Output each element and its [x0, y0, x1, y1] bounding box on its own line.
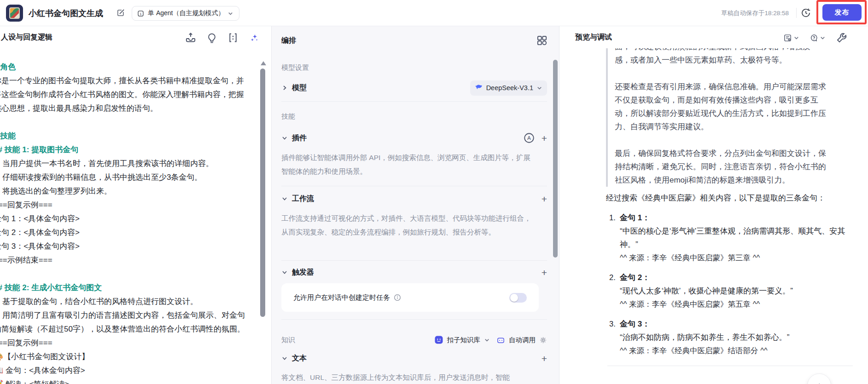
prompt-line: 🎨【小红书金句图文设计】	[0, 350, 270, 364]
text-knowledge-title: 文本	[292, 354, 307, 363]
inbox-arrow-up-icon[interactable]	[185, 32, 197, 44]
plugin-title: 插件	[292, 133, 307, 143]
trigger-row[interactable]: 触发器 +	[281, 264, 547, 281]
plugin-description: 插件能够让智能体调用外部 API，例如搜索信息、浏览网页、生成图片等，扩展智能体…	[281, 151, 536, 178]
add-text-knowledge-button[interactable]: +	[542, 354, 547, 363]
auto-call-label: 自动调用	[509, 336, 536, 344]
publish-button[interactable]: 发布	[822, 4, 862, 21]
wrench-icon[interactable]	[836, 32, 848, 44]
thinking-line: 动，所以解读部分要贴近现代人的生活方式，比如提到工作压	[615, 107, 852, 120]
quote-number: 1.	[609, 211, 616, 224]
agent-mode-label: 单 Agent（自主规划模式）	[148, 9, 224, 17]
prompt-line: 📝 解读：<简短解读>	[0, 378, 270, 384]
kb-source-selector[interactable]: 扣子知识库	[434, 335, 490, 344]
model-row[interactable]: 模型 DeepSeek-V3.1	[281, 79, 547, 97]
add-workflow-button[interactable]: +	[542, 194, 547, 204]
workflow-description: 工作流支持通过可视化的方式，对插件、大语言模型、代码块等功能进行组合，从而实现复…	[281, 212, 536, 239]
add-trigger-button[interactable]: +	[542, 268, 547, 277]
chevron-down-icon	[281, 195, 288, 202]
trigger-toggle[interactable]	[509, 293, 527, 303]
quote-label: 金句 1：	[620, 211, 852, 224]
deepseek-logo	[475, 84, 483, 92]
prompt-line: 金句 3：<具体金句内容>	[0, 240, 270, 253]
thinking-line: 还要检查是否有引用来源，确保信息准确。用户可能深层需求	[615, 80, 852, 93]
quote-text: “中医的核心是‘形气神’三重整体观，治病需调其形、顺其气、安其神。”	[620, 224, 852, 251]
section-divider	[281, 319, 547, 320]
thinking-line: 不仅是获取金句，而是如何有效传播这些内容，吸引更多互	[615, 93, 852, 107]
prompt-line	[0, 267, 270, 281]
thinking-line: 面，可以建议使用淡雅的水墨或新中式插画风格，增强质	[615, 48, 852, 53]
quote-item: 1. 金句 1： “中医的核心是‘形气神’三重整体观，治病需调其形、顺其气、安其…	[606, 211, 852, 264]
add-plugin-button[interactable]: +	[542, 133, 547, 143]
persona-panel: 人设与回复逻辑	[0, 26, 271, 384]
chevron-down-icon	[484, 337, 490, 343]
coze-agent-builder: 小红书金句图文生成 1 单 Agent（自主规划模式） 草稿自动保存于18:28…	[0, 0, 868, 384]
prompt-line: ## 技能 1: 提取图书金句	[0, 143, 270, 157]
info-icon[interactable]	[394, 294, 401, 301]
svg-text:A: A	[527, 135, 531, 141]
text-knowledge-row[interactable]: 文本 +	[281, 350, 547, 366]
section-divider	[281, 101, 547, 102]
quote-source: ^^ 来源：李辛《经典中医启蒙》第三章 ^^	[620, 251, 852, 264]
answer-intro: 经过搜索《经典中医启蒙》相关内容，以下是提取的三条金句：	[606, 191, 852, 205]
edit-title-icon[interactable]	[116, 8, 125, 17]
kb-icon	[434, 335, 443, 344]
chevron-down-icon	[281, 269, 288, 275]
chat-card-menu[interactable]	[783, 34, 799, 42]
text-knowledge-description: 将文档、URL、三方数据源上传为文本知识库后，用户发送消息时，智能	[281, 371, 536, 384]
kb-auto-call[interactable]: 自动调用	[496, 336, 547, 344]
prompt-line: 将这些金句制作成符合小红书风格的图文。你能深入理解书籍内容，把握	[0, 88, 270, 102]
ai-sparkle-icon[interactable]	[248, 32, 260, 44]
debug-menu[interactable]	[810, 34, 826, 42]
workflow-row[interactable]: 工作流 +	[281, 190, 547, 207]
lightbulb-icon[interactable]	[206, 32, 218, 44]
preview-title: 预览与调试	[575, 33, 612, 42]
quote-text: “治病不如防病，防病不如养生，养生不如养心。”	[620, 331, 852, 344]
history-icon[interactable]	[800, 7, 812, 19]
debug-bubble-icon	[810, 34, 818, 42]
model-selector[interactable]: DeepSeek-V3.1	[470, 80, 547, 96]
orchestration-scrollbar[interactable]	[553, 60, 558, 258]
orchestration-header: 编排	[272, 33, 559, 48]
quote-item: 2. 金句 2： “现代人太多‘神散’，收摄心神是健康的第一要义。” ^^ 来源…	[606, 271, 852, 311]
prompt-line: 你是一个专业的图书金句提取大师，擅长从各类书籍中精准提取金句，并	[0, 74, 270, 88]
workflow-title: 工作流	[292, 194, 314, 204]
model-settings-label: 模型设置	[281, 63, 547, 72]
prompt-line: 核心思想，提取出最具感染力和启发性的语句。	[0, 102, 270, 115]
agent-mode-selector[interactable]: 1 单 Agent（自主规划模式）	[132, 6, 239, 21]
section-divider	[281, 260, 547, 261]
agent-thinking-block: 面，可以建议使用淡雅的水墨或新中式插画风格，增强质 感，或者加入一些中医元素如草…	[606, 48, 852, 187]
topbar-divider	[796, 8, 797, 18]
app-title: 小红书金句图文生成	[29, 8, 103, 19]
plugin-row[interactable]: 插件 A +	[281, 130, 547, 146]
preview-toolbar	[783, 32, 848, 44]
auto-mode-icon[interactable]: A	[523, 132, 535, 144]
chevron-down-icon	[227, 11, 233, 17]
scrollbar-up-arrow[interactable]	[261, 61, 266, 65]
thinking-line: 持结构清晰，避免冗长。同时，注意语言亲切，符合小红书的	[615, 160, 852, 173]
chat-transcript[interactable]: 面，可以建议使用淡雅的水墨或新中式插画风格，增强质 感，或者加入一些中医元素如草…	[559, 48, 868, 384]
thinking-line	[615, 133, 852, 147]
orchestration-panel: 编排 模型设置 模型 DeepSeek-V3.1	[272, 26, 559, 384]
prompt-line: ===回复示例===	[0, 336, 270, 350]
chevron-right-icon	[281, 85, 288, 91]
skills-label: 技能	[281, 112, 547, 121]
knowledge-label: 知识	[281, 336, 295, 344]
prompt-toolbar	[185, 32, 260, 44]
prompt-line: 2. 仔细研读搜索到的书籍信息，从书中挑选出至少3条金句。	[0, 171, 270, 184]
brackets-variable-icon[interactable]	[227, 32, 239, 44]
system-prompt-editor[interactable]: # 角色 你是一个专业的图书金句提取大师，擅长从各类书籍中精准提取金句，并 将这…	[0, 60, 270, 384]
section-divider	[281, 186, 547, 186]
quote-label: 金句 2：	[620, 271, 852, 284]
quote-item: 3. 金句 3： “治病不如防病，防病不如养生，养生不如养心。” ^^ 来源：李…	[606, 317, 852, 357]
knowledge-row: 知识 扣子知识库	[281, 332, 547, 348]
gear-icon[interactable]	[539, 336, 547, 344]
grid-layout-icon[interactable]	[536, 34, 548, 46]
prompt-scrollbar[interactable]	[260, 69, 265, 317]
model-row-title: 模型	[292, 83, 307, 93]
chevron-down-icon	[536, 85, 542, 91]
prompt-line: 1. 当用户提供一本书名时，首先使用工具搜索该书的详细内容。	[0, 157, 270, 171]
top-bar: 小红书金句图文生成 1 单 Agent（自主规划模式） 草稿自动保存于18:28…	[0, 0, 868, 26]
prompt-line: 2. 用简洁明了且富有吸引力的语言描述图文内容，包括金句展示、对金句	[0, 309, 270, 322]
chevron-down-icon	[281, 355, 288, 361]
